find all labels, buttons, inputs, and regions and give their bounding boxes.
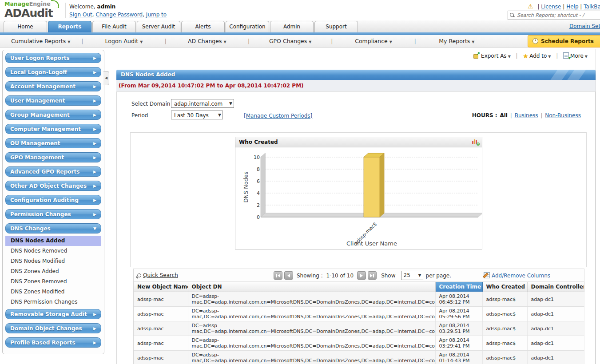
link-talkback[interactable]: TalkBack bbox=[584, 4, 600, 10]
export-as-menu[interactable]: Export As▼ bbox=[473, 53, 511, 59]
chart-panel: Who Created + DNS Nodes Client User Name… bbox=[130, 132, 587, 267]
reports-subnav: Cumulative Reports▼|Logon Audit▼|AD Chan… bbox=[0, 35, 600, 47]
tab-home[interactable]: Home bbox=[4, 21, 47, 32]
content-right-edge bbox=[596, 49, 596, 364]
sidebar-item-user-management[interactable]: User Management▶ bbox=[5, 95, 101, 106]
hours-option-non-business[interactable]: Non-Business bbox=[545, 112, 581, 119]
chevron-down-icon: ▼ bbox=[548, 55, 551, 59]
next-page-button[interactable] bbox=[357, 271, 366, 280]
subnav-item-cumulative-reports[interactable]: Cumulative Reports▼ bbox=[0, 38, 81, 44]
link-change-password[interactable]: Change Password bbox=[95, 12, 143, 18]
subnav-item-logon-audit[interactable]: Logon Audit▼ bbox=[83, 38, 164, 44]
sidebar-subitem-dns-nodes-modified[interactable]: DNS Nodes Modified bbox=[5, 256, 101, 266]
hours-option-all[interactable]: All bbox=[500, 112, 508, 119]
search-input[interactable] bbox=[516, 12, 600, 19]
last-page-button[interactable] bbox=[368, 271, 377, 280]
sidebar-item-advanced-gpo-reports[interactable]: Advanced GPO Reports▶ bbox=[5, 166, 101, 177]
sidebar-item-permission-changes[interactable]: Permission Changes▶ bbox=[5, 209, 101, 219]
more-menu[interactable]: More▼ bbox=[563, 53, 588, 59]
sidebar-item-local-logon-logoff[interactable]: Local Logon-Logoff▶ bbox=[5, 67, 101, 77]
previous-page-button[interactable] bbox=[284, 271, 293, 280]
tab-configuration[interactable]: Configuration bbox=[226, 21, 269, 32]
domain-settings-link[interactable]: Domain Settings bbox=[569, 23, 600, 29]
subnav-item-my-reports[interactable]: My Reports▼ bbox=[416, 38, 497, 44]
chart-type-icon[interactable]: + bbox=[472, 139, 479, 145]
page-title: DNS Nodes Added bbox=[121, 70, 596, 80]
sidebar-subitem-dns-zones-added[interactable]: DNS Zones Added bbox=[5, 266, 101, 277]
sidebar-subitem-dns-nodes-removed[interactable]: DNS Nodes Removed bbox=[5, 246, 101, 256]
export-icon bbox=[473, 53, 480, 59]
cell-domain-controller: adap-dc1 bbox=[527, 336, 584, 351]
tab-alerts[interactable]: Alerts bbox=[181, 21, 225, 32]
column-header-object-dn[interactable]: Object DN bbox=[188, 282, 435, 292]
tab-file-audit[interactable]: File Audit bbox=[92, 21, 136, 32]
hours-option-business[interactable]: Business bbox=[515, 112, 538, 119]
warning-icon[interactable]: ⚠ bbox=[528, 3, 533, 10]
sidebar-item-configuration-auditing[interactable]: Configuration Auditing▶ bbox=[5, 195, 101, 205]
sidebar-subitem-dns-zones-modified[interactable]: DNS Zones Modified bbox=[5, 287, 101, 297]
sidebar-item-profile-based-reports[interactable]: Profile Based Reports▶ bbox=[5, 337, 101, 348]
sidebar-item-ou-management[interactable]: OU Management▶ bbox=[5, 138, 101, 148]
period-select[interactable]: Last 30 Days▼ bbox=[171, 111, 223, 119]
link-help[interactable]: Help bbox=[566, 4, 578, 10]
report-title-bar: DNS Nodes Added bbox=[116, 70, 596, 80]
cell-object-dn: DC=adssp-mac,DC=adap.internal.com,cn=Mic… bbox=[188, 292, 435, 307]
column-header-who-created[interactable]: Who Created bbox=[482, 282, 527, 292]
subnav-item-ad-changes[interactable]: AD Changes▼ bbox=[167, 38, 248, 44]
sidebar-item-group-management[interactable]: Group Management▶ bbox=[5, 110, 101, 120]
subnav-items: Cumulative Reports▼|Logon Audit▼|AD Chan… bbox=[0, 35, 497, 47]
column-header-creation-time[interactable]: Creation Time▼ bbox=[435, 282, 482, 292]
quick-search-link[interactable]: Quick Search bbox=[137, 272, 178, 278]
report-table-section: Quick Search Showing : 1-10 of 10 Show 2… bbox=[133, 269, 584, 364]
sidebar-item-dns-changes[interactable]: DNS Changes▼ bbox=[5, 223, 101, 233]
table-row: adssp-macDC=adssp-mac,DC=adap.internal.c… bbox=[134, 336, 584, 351]
top-bar: ManageEngine ADAudit Plus Welcome, admin… bbox=[0, 0, 600, 20]
tab-support[interactable]: Support bbox=[314, 21, 358, 32]
subnav-item-gpo-changes[interactable]: GPO Changes▼ bbox=[250, 38, 331, 44]
sidebar-item-gpo-management[interactable]: GPO Management▶ bbox=[5, 152, 101, 162]
cell-who-created: adssp-mac$ bbox=[482, 307, 527, 321]
domain-select[interactable]: adap.internal.com▼ bbox=[171, 99, 234, 108]
column-header-domain-controller[interactable]: Domain Controller bbox=[527, 282, 584, 292]
manage-custom-periods-link[interactable]: [Manage Custom Periods] bbox=[244, 113, 312, 119]
sidebar-item-account-management[interactable]: Account Management▶ bbox=[5, 81, 101, 91]
column-header-new-object-name[interactable]: New Object Name bbox=[134, 282, 188, 292]
cell-creation-time: Apr 08,201403:29:41 PM bbox=[435, 336, 482, 351]
cell-creation-time: Apr 08,201405:29:56 PM bbox=[435, 307, 482, 321]
page-size-select[interactable]: 25▼ bbox=[401, 271, 423, 280]
clock-icon bbox=[532, 38, 538, 44]
sidebar-item-removable-storage-audit[interactable]: Removable Storage Audit▶ bbox=[5, 309, 101, 319]
first-page-button[interactable] bbox=[274, 271, 282, 280]
chevron-right-icon: ▶ bbox=[93, 138, 96, 149]
chart-header: Who Created + bbox=[235, 137, 482, 147]
tab-server-audit[interactable]: Server Audit bbox=[137, 21, 180, 32]
subnav-item-compliance[interactable]: Compliance▼ bbox=[333, 38, 414, 44]
chevron-right-icon: ▶ bbox=[93, 167, 96, 177]
chevron-down-icon: ▼ bbox=[418, 273, 421, 277]
cell-new-object-name: adssp-mac bbox=[134, 336, 188, 351]
tab-row: HomeReportsFile AuditServer AuditAlertsC… bbox=[0, 20, 600, 32]
sidebar-item-computer-management[interactable]: Computer Management▶ bbox=[5, 124, 101, 134]
cell-creation-time: Apr 08,201403:29:51 PM bbox=[435, 321, 482, 336]
add-to-menu[interactable]: ★Add to▼ bbox=[523, 53, 551, 59]
sidebar-subitem-dns-permission-changes[interactable]: DNS Permission Changes bbox=[5, 297, 101, 307]
tab-admin[interactable]: Admin bbox=[270, 21, 314, 32]
svg-text:0: 0 bbox=[257, 214, 260, 220]
sidebar-item-user-logon-reports[interactable]: User Logon Reports▶ bbox=[5, 53, 101, 63]
who-created-chart: Who Created + DNS Nodes Client User Name… bbox=[235, 137, 482, 249]
link-jump-to[interactable]: Jump to bbox=[146, 12, 167, 18]
search-icon bbox=[510, 13, 514, 17]
add-remove-columns-link[interactable]: Add/Remove Columns bbox=[484, 272, 550, 279]
schedule-reports-button[interactable]: Schedule Reports bbox=[528, 35, 600, 47]
sidebar-item-other-ad-object-changes[interactable]: Other AD Object Changes▶ bbox=[5, 181, 101, 191]
table-row: adssp-macDC=adssp-mac,DC=adap.internal.c… bbox=[134, 321, 584, 336]
link-license[interactable]: License bbox=[541, 4, 561, 10]
tab-reports[interactable]: Reports bbox=[48, 21, 91, 32]
sidebar-collapse-handle[interactable]: ◀ bbox=[103, 71, 109, 85]
period-label: Period bbox=[131, 112, 148, 119]
link-sign-out[interactable]: Sign Out bbox=[69, 12, 92, 18]
sidebar-item-domain-object-changes[interactable]: Domain Object Changes▶ bbox=[5, 323, 101, 333]
svg-text:8: 8 bbox=[257, 166, 260, 172]
sidebar-subitem-dns-zones-removed[interactable]: DNS Zones Removed bbox=[5, 277, 101, 287]
sidebar-subitem-dns-nodes-added[interactable]: DNS Nodes Added bbox=[5, 236, 101, 246]
